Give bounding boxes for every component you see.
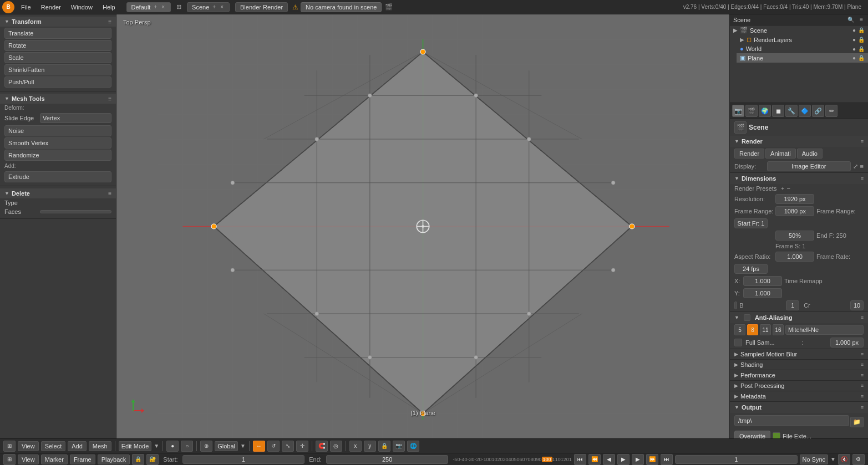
y-res-value[interactable]: 1080 px xyxy=(775,206,814,216)
select-button[interactable]: Select xyxy=(41,441,66,451)
scene-props-btn[interactable]: 🎬 xyxy=(734,121,747,134)
fps-value[interactable]: 24 fps xyxy=(734,264,768,274)
render-preview-btn[interactable]: 🌐 xyxy=(407,441,419,452)
transform-options[interactable]: ≡ xyxy=(108,19,111,25)
pp-options[interactable]: ≡ xyxy=(861,383,864,389)
delete-header[interactable]: ▼ Delete ≡ xyxy=(0,188,116,198)
animati-tab[interactable]: Animati xyxy=(765,149,796,159)
x-aspect-value[interactable]: 1.000 xyxy=(775,252,814,262)
scene-lock[interactable]: 🔒 xyxy=(858,27,865,33)
mirror-y-btn[interactable]: y xyxy=(364,441,376,452)
snap-btn[interactable]: 🧲 xyxy=(316,441,328,452)
shading-section[interactable]: ▶ Shading ≡ xyxy=(730,360,868,370)
aa-options[interactable]: ≡ xyxy=(861,315,864,320)
next-frame-btn[interactable]: ▶ xyxy=(632,454,644,465)
shrink-fatten-button[interactable]: Shrink/Fatten xyxy=(4,64,111,75)
cr-val[interactable]: 10 xyxy=(850,300,864,310)
mesh-tools-options[interactable]: ≡ xyxy=(108,96,111,102)
outliner-search[interactable]: 🔍 xyxy=(846,16,856,23)
mode-dropdown[interactable]: ▼ xyxy=(154,443,159,449)
dimensions-header[interactable]: ▼ Dimensions ≡ xyxy=(730,173,868,184)
pivot-dropdown[interactable]: ▼ xyxy=(240,443,246,449)
audio-mute-btn[interactable]: 🔇 xyxy=(838,454,850,465)
display-expand-btn[interactable]: ⤢ xyxy=(853,163,858,170)
render-tab[interactable]: Render xyxy=(734,149,764,159)
world-props-icon[interactable]: 🌍 xyxy=(759,105,771,117)
rotate-tool-btn[interactable]: ↺ xyxy=(267,441,280,452)
display-options-btn[interactable]: ≡ xyxy=(860,163,864,170)
plane-lock[interactable]: 🔒 xyxy=(858,55,865,61)
pivot-icon[interactable]: ⊕ xyxy=(200,441,212,452)
timeline-lock2[interactable]: 🔐 xyxy=(146,454,159,465)
view-camera-btn[interactable]: 📷 xyxy=(393,441,405,452)
plane-vis[interactable]: ● xyxy=(852,55,856,61)
sync-selector[interactable]: No Sync xyxy=(800,454,829,464)
pivot-selector[interactable]: Global xyxy=(215,441,238,451)
proportional-btn[interactable]: ◎ xyxy=(330,441,342,452)
outliner-item-scene[interactable]: ▶ 🎬 Scene ● 🔒 xyxy=(730,25,868,35)
aa-8[interactable]: 8 xyxy=(747,324,758,335)
randomize-button[interactable]: Randomize xyxy=(4,150,111,161)
jump-end-btn[interactable]: ⏭ xyxy=(661,454,673,465)
engine-selector[interactable]: Blender Render xyxy=(235,2,288,12)
display-value[interactable]: Image Editor xyxy=(767,161,851,171)
slide-edge-value[interactable]: Vertex xyxy=(40,113,111,123)
lock-icon[interactable]: 🔒 xyxy=(132,454,144,465)
scale-button[interactable]: Scale xyxy=(4,52,111,63)
sync-dropdown[interactable]: ▼ xyxy=(830,456,836,462)
aa-11[interactable]: 11 xyxy=(760,324,771,335)
workspace-tab-close[interactable]: × xyxy=(160,4,166,10)
mesh-button[interactable]: Mesh xyxy=(89,441,111,451)
x-res-value[interactable]: 1920 px xyxy=(775,194,814,204)
scene-props-icon[interactable]: 🎬 xyxy=(745,105,758,117)
view-lock-btn[interactable]: 🔒 xyxy=(378,441,390,452)
timeline-settings-btn[interactable]: ⚙ xyxy=(852,454,865,465)
menu-help[interactable]: Help xyxy=(98,3,120,12)
timeline-frame-btn[interactable]: Frame xyxy=(70,454,95,464)
prev-key-btn[interactable]: ⏪ xyxy=(588,454,601,465)
transform-tool-btn[interactable]: ✛ xyxy=(296,441,308,452)
outliner-options[interactable]: ≡ xyxy=(858,16,865,23)
full-sam-value[interactable]: 1.000 px xyxy=(830,338,864,348)
grab-tool-btn[interactable]: ↔ xyxy=(253,441,265,452)
scene-tab-close[interactable]: × xyxy=(219,4,225,10)
output-header[interactable]: ▼ Output ≡ xyxy=(730,402,868,413)
outliner-item-world[interactable]: ● World ● 🔒 xyxy=(737,44,868,53)
timeline-start-val[interactable]: 1 xyxy=(182,455,305,464)
world-vis[interactable]: ● xyxy=(852,46,856,52)
mode-selector[interactable]: Edit Mode xyxy=(119,441,152,451)
smooth-vertex-button[interactable]: Smooth Vertex xyxy=(4,137,111,149)
next-key-btn[interactable]: ⏩ xyxy=(646,454,658,465)
y-aspect-value[interactable]: 1.000 xyxy=(743,276,782,286)
mesh-tools-header[interactable]: ▼ Mesh Tools ≡ xyxy=(0,94,116,104)
aa-5[interactable]: 5 xyxy=(734,324,745,335)
data-props-icon[interactable]: 🔷 xyxy=(799,105,811,117)
current-frame-val[interactable]: 1 xyxy=(675,455,798,464)
start-fr-value[interactable]: Start Fr: 1 xyxy=(734,218,768,228)
shading-options[interactable]: ≡ xyxy=(861,362,864,367)
perf-options[interactable]: ≡ xyxy=(861,372,864,378)
aa-16[interactable]: 16 xyxy=(773,324,784,335)
transform-header[interactable]: ▼ Transform ≡ xyxy=(0,17,116,27)
sampled-motion-blur-section[interactable]: ▶ Sampled Motion Blur ≡ xyxy=(730,349,868,360)
timeline-view-btn[interactable]: View xyxy=(18,454,39,464)
aa-header[interactable]: ▼ Anti-Aliasing ≡ xyxy=(730,312,868,323)
extrude-button[interactable]: Extrude xyxy=(4,171,111,182)
wireframe-shade-btn[interactable]: ○ xyxy=(181,441,193,452)
add-button[interactable]: Add xyxy=(68,441,87,451)
solid-shade-btn[interactable]: ● xyxy=(166,441,179,452)
scene-visibility[interactable]: ● xyxy=(852,27,856,33)
output-browse-btn[interactable]: 📁 xyxy=(850,417,864,427)
post-processing-section[interactable]: ▶ Post Processing ≡ xyxy=(730,381,868,391)
outliner-item-plane[interactable]: ▣ Plane ● 🔒 xyxy=(737,53,868,63)
renderlayers-lock[interactable]: 🔒 xyxy=(858,37,865,43)
push-pull-button[interactable]: Push/Pull xyxy=(4,76,111,88)
timeline-icon[interactable]: ⊞ xyxy=(3,454,16,465)
full-sam-checkbox[interactable] xyxy=(734,339,742,346)
render-header[interactable]: ▼ Render ≡ xyxy=(730,136,868,147)
modifier-props-icon[interactable]: 🔧 xyxy=(785,105,798,117)
timeline-marker-btn[interactable]: Marker xyxy=(41,454,68,464)
workspace-default[interactable]: Default + × xyxy=(126,2,171,12)
jump-start-btn[interactable]: ⏮ xyxy=(574,454,586,465)
scene-tab[interactable]: Scene + × xyxy=(187,2,230,12)
